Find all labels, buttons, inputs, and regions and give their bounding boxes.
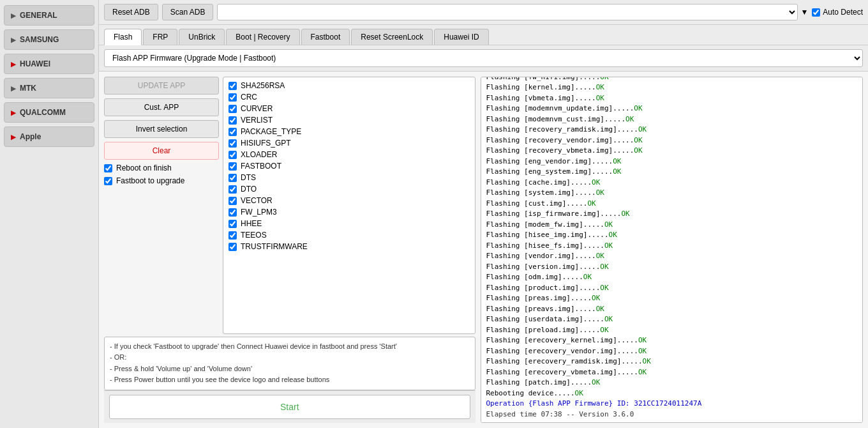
start-button[interactable]: Start <box>109 395 470 419</box>
chevron-right-icon: ▶ <box>11 61 16 68</box>
item-checkbox-dts[interactable] <box>228 174 237 182</box>
log-line: Flashing [hisee_img.img].....OK <box>486 230 858 241</box>
sidebar-item-general[interactable]: ▶GENERAL <box>4 5 94 26</box>
log-line: Flashing [recovery_vbmeta.img].....OK <box>486 146 858 157</box>
log-line: Flashing [modemnvm_cust.img].....OK <box>486 114 858 125</box>
tab-huawei-id[interactable]: Huawei ID <box>434 29 488 45</box>
invert-selection-button[interactable]: Invert selection <box>104 120 219 138</box>
log-text: Flashing [cust.img]..... <box>486 199 588 208</box>
log-text: Flashing [modemnvm_cust.img]..... <box>486 115 626 123</box>
tab-unbrick[interactable]: UnBrick <box>179 29 225 45</box>
item-checkbox-curver[interactable] <box>228 105 237 113</box>
log-ok: OK <box>583 273 592 281</box>
log-ok: OK <box>575 389 583 397</box>
auto-detect-wrapper: Auto Detect <box>812 8 863 17</box>
sidebar-item-samsung[interactable]: ▶SAMSUNG <box>4 29 94 50</box>
log-line: Flashing [userdata.img].....OK <box>486 314 858 325</box>
sidebar-item-qualcomm[interactable]: ▶QUALCOMM <box>4 102 94 123</box>
list-item: VERLIST <box>226 114 472 126</box>
log-ok: OK <box>600 326 608 334</box>
flash-mode-select[interactable]: Flash APP Firmware (Upgrade Mode | Fastb… <box>104 49 863 67</box>
clear-button[interactable]: Clear <box>104 142 219 160</box>
item-checkbox-crc[interactable] <box>228 93 237 102</box>
log-ok: OK <box>596 252 604 260</box>
item-label: PACKAGE_TYPE <box>241 127 301 136</box>
log-line: Flashing [kernel.img].....OK <box>486 82 858 93</box>
log-ok: OK <box>613 167 621 176</box>
sidebar-item-label: QUALCOMM <box>20 108 66 117</box>
tabs-bar: FlashFRPUnBrickBoot | RecoveryFastbootRe… <box>99 25 868 45</box>
list-item: TRUSTFIRMWARE <box>226 241 472 252</box>
log-line: Flashing [preavs.img].....OK <box>486 304 858 315</box>
item-checkbox-vector[interactable] <box>228 197 237 205</box>
list-item: XLOADER <box>226 149 472 160</box>
item-checkbox-fastboot[interactable] <box>228 162 237 171</box>
reset-adb-button[interactable]: Reset ADB <box>104 4 158 20</box>
cust-app-button[interactable]: Cust. APP <box>104 98 219 116</box>
item-checkbox-xloader[interactable] <box>228 151 237 159</box>
log-line: Flashing [version.img].....OK <box>486 262 858 273</box>
log-line: Flashing [preas.img].....OK <box>486 293 858 304</box>
log-ok: OK <box>604 241 613 250</box>
item-checkbox-teeos[interactable] <box>228 231 237 240</box>
log-text: Flashing [fw_hifi.img]..... <box>486 77 601 81</box>
sidebar-item-huawei[interactable]: ▶HUAWEI <box>4 54 94 74</box>
log-ok: OK <box>638 368 647 376</box>
log-line: Flashing [vendor.img].....OK <box>486 251 858 262</box>
update-app-button[interactable]: UPDATE APP <box>104 77 219 95</box>
tab-boot---recovery[interactable]: Boot | Recovery <box>226 29 299 45</box>
log-text: Flashing [product.img]..... <box>486 284 601 292</box>
item-checkbox-hisiufs_gpt[interactable] <box>228 139 237 148</box>
list-item: TEEOS <box>226 229 472 241</box>
log-line: Flashing [erecovery_ramdisk.img].....OK <box>486 356 858 367</box>
fastboot-to-upgrade-label: Fastboot to upgrade <box>116 176 184 185</box>
log-ok: OK <box>609 231 617 239</box>
item-checkbox-dto[interactable] <box>228 185 237 194</box>
log-ok: OK <box>604 220 613 229</box>
list-item: PACKAGE_TYPE <box>226 126 472 137</box>
log-ok: OK <box>613 157 621 165</box>
reboot-on-finish-checkbox[interactable] <box>104 164 112 172</box>
item-checkbox-fw_lpm3[interactable] <box>228 208 237 217</box>
item-label: VECTOR <box>241 196 273 205</box>
item-checkbox-package_type[interactable] <box>228 128 237 136</box>
list-item: CURVER <box>226 103 472 114</box>
log-line: Flashing [recovery_vendor.img].....OK <box>486 135 858 146</box>
log-ok: OK <box>638 347 647 355</box>
log-line: Flashing [product.img].....OK <box>486 283 858 294</box>
auto-detect-checkbox[interactable] <box>812 8 820 17</box>
instruction-line: - OR: <box>110 352 470 363</box>
sidebar-item-mtk[interactable]: ▶MTK <box>4 78 94 98</box>
checkbox-list: SHA256RSACRCCURVERVERLISTPACKAGE_TYPEHIS… <box>223 77 475 334</box>
tab-fastboot[interactable]: Fastboot <box>301 29 350 45</box>
list-item: FASTBOOT <box>226 160 472 172</box>
item-checkbox-verlist[interactable] <box>228 116 237 125</box>
log-text: Flashing [cache.img]..... <box>486 178 592 187</box>
reboot-on-finish-row: Reboot on finish <box>104 164 219 172</box>
item-checkbox-sha256rsa[interactable] <box>228 82 237 90</box>
chevron-right-icon: ▶ <box>11 134 16 141</box>
item-label: CRC <box>241 93 257 102</box>
item-checkbox-trustfirmware[interactable] <box>228 243 237 251</box>
log-line: Flashing [vbmeta.img].....OK <box>486 93 858 104</box>
instruction-line: - Press Power button until you see the d… <box>110 374 470 386</box>
tab-reset-screenlock[interactable]: Reset ScreenLock <box>351 29 433 45</box>
item-checkbox-hhee[interactable] <box>228 220 237 228</box>
fastboot-to-upgrade-checkbox[interactable] <box>104 177 112 185</box>
fastboot-to-upgrade-row: Fastboot to upgrade <box>104 176 219 185</box>
item-label: DTS <box>241 173 256 182</box>
log-ok: OK <box>604 315 613 323</box>
instruction-line: - If you check 'Fastboot to upgrade' the… <box>110 341 470 353</box>
tab-frp[interactable]: FRP <box>143 29 177 45</box>
device-select[interactable] <box>217 4 798 20</box>
main-area: Reset ADB Scan ADB ▼ Auto Detect FlashFR… <box>99 0 868 428</box>
log-line: Flashing [odm.img].....OK <box>486 272 858 283</box>
log-ok: OK <box>600 263 608 271</box>
tab-flash[interactable]: Flash <box>104 29 142 45</box>
flash-mode-bar: Flash APP Firmware (Upgrade Mode | Fastb… <box>99 45 868 72</box>
log-text: Flashing [modem_fw.img]..... <box>486 220 604 229</box>
sidebar-item-apple[interactable]: ▶Apple <box>4 126 94 147</box>
chevron-right-icon: ▶ <box>11 109 16 116</box>
scan-adb-button[interactable]: Scan ADB <box>162 4 214 20</box>
log-text: Flashing [preavs.img]..... <box>486 305 596 313</box>
